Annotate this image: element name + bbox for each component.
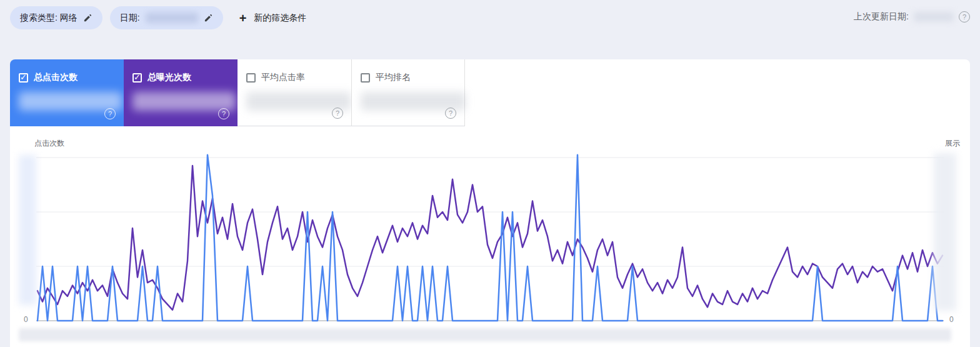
metric-value-redacted: [19, 92, 122, 111]
tab-average-ctr[interactable]: ✓ 平均点击率 ?: [238, 59, 351, 126]
checkbox-unchecked-icon[interactable]: ✓: [246, 73, 256, 83]
search-type-filter-chip[interactable]: 搜索类型: 网络: [10, 6, 102, 29]
edit-pencil-icon[interactable]: [83, 13, 92, 23]
left-axis-ticks-redacted: [19, 155, 36, 305]
new-filter-button[interactable]: + 新的筛选条件: [239, 12, 307, 24]
metric-label: 总点击次数: [34, 72, 78, 83]
metric-label: 总曝光次数: [148, 72, 191, 83]
help-icon[interactable]: ?: [959, 11, 970, 23]
left-axis-title: 点击次数: [34, 138, 64, 149]
help-icon[interactable]: ?: [445, 108, 456, 119]
performance-report-card: ✓ 总点击次数 ? ✓ 总曝光次数 ? ✓ 平均点击率 ? ✓ 平均排名 ? 点…: [10, 59, 970, 347]
right-axis-title: 展示: [945, 138, 960, 149]
checkbox-unchecked-icon[interactable]: ✓: [361, 73, 370, 83]
metric-label: 平均点击率: [261, 72, 305, 83]
search-type-filter-label: 搜索类型: 网络: [20, 13, 78, 24]
metric-label: 平均排名: [376, 72, 411, 83]
filter-bar: 搜索类型: 网络 日期: + 新的筛选条件: [10, 6, 306, 29]
checkbox-checked-icon[interactable]: ✓: [19, 73, 28, 83]
help-icon[interactable]: ?: [332, 108, 343, 119]
last-updated-info: 上次更新日期: ?: [854, 11, 970, 23]
performance-line-chart[interactable]: [36, 154, 944, 324]
metric-tabs: ✓ 总点击次数 ? ✓ 总曝光次数 ? ✓ 平均点击率 ? ✓ 平均排名 ?: [10, 59, 970, 126]
tab-total-impressions[interactable]: ✓ 总曝光次数 ?: [124, 59, 238, 126]
tab-average-position[interactable]: ✓ 平均排名 ?: [351, 59, 465, 126]
left-axis-zero-label: 0: [24, 315, 28, 324]
date-filter-label: 日期:: [120, 13, 140, 24]
checkbox-checked-icon[interactable]: ✓: [132, 73, 142, 83]
x-axis-date-labels-redacted: [19, 328, 951, 341]
last-updated-label: 上次更新日期:: [854, 11, 909, 23]
right-axis-ticks-redacted: [934, 153, 956, 311]
last-updated-value-redacted: [914, 12, 954, 22]
date-filter-value-redacted: [146, 13, 198, 23]
help-icon[interactable]: ?: [218, 108, 229, 119]
plus-icon: +: [239, 12, 247, 24]
new-filter-label: 新的筛选条件: [254, 13, 306, 24]
right-axis-zero-label: 0: [949, 315, 954, 324]
date-filter-chip[interactable]: 日期:: [110, 6, 223, 29]
metric-value-redacted: [132, 92, 236, 111]
tab-total-clicks[interactable]: ✓ 总点击次数 ?: [10, 59, 124, 126]
help-icon[interactable]: ?: [104, 108, 116, 119]
edit-pencil-icon[interactable]: [204, 13, 213, 23]
